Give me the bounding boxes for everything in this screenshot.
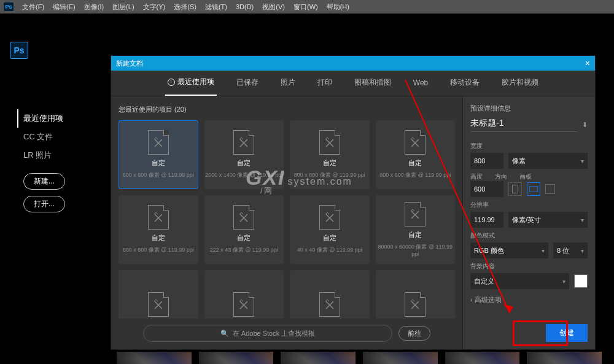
menu-3d[interactable]: 3D(D) bbox=[232, 2, 257, 12]
preset-item[interactable]: 自定80000 x 60000 像素 @ 119.99 ppi bbox=[376, 195, 456, 264]
save-preset-icon[interactable]: ⬇ bbox=[582, 121, 588, 129]
tab-art[interactable]: 图稿和插图 bbox=[352, 71, 394, 95]
menu-layer[interactable]: 图层(L) bbox=[109, 1, 138, 13]
left-recent[interactable]: 最近使用项 bbox=[17, 109, 97, 128]
artboard-label: 画板 bbox=[519, 172, 532, 181]
bg-color-swatch[interactable] bbox=[574, 274, 588, 288]
orient-landscape-button[interactable] bbox=[527, 182, 540, 196]
preset-item[interactable]: 自定800 x 600 像素 @ 119.99 ppi bbox=[376, 120, 456, 189]
tab-mobile[interactable]: 移动设备 bbox=[448, 71, 482, 95]
recent-thumbnails bbox=[117, 352, 602, 364]
dialog-titlebar[interactable]: 新建文档 × bbox=[111, 56, 595, 71]
color-mode-select[interactable]: RGB 颜色▾ bbox=[470, 242, 548, 258]
preset-dimensions: 40 x 40 像素 @ 119.99 ppi bbox=[297, 246, 362, 254]
preset-name: 自定 bbox=[152, 158, 165, 168]
tab-web[interactable]: Web bbox=[411, 72, 430, 95]
preset-item[interactable] bbox=[376, 270, 456, 319]
tab-recent[interactable]: 最近使用项 bbox=[165, 71, 217, 96]
orient-portrait-button[interactable] bbox=[508, 182, 522, 196]
document-icon bbox=[148, 205, 169, 230]
svg-rect-1 bbox=[529, 186, 538, 192]
new-button[interactable]: 新建... bbox=[23, 173, 65, 190]
chevron-down-icon: ▾ bbox=[581, 217, 584, 223]
menu-edit[interactable]: 编辑(E) bbox=[49, 1, 79, 13]
preset-item[interactable]: 自定2000 x 1400 像素 @ 119.99 ppi bbox=[204, 120, 284, 189]
preset-name: 自定 bbox=[323, 233, 336, 242]
preset-dimensions: 800 x 600 像素 @ 119.99 ppi bbox=[294, 171, 365, 179]
document-icon bbox=[233, 130, 254, 155]
preset-item[interactable] bbox=[290, 270, 370, 319]
go-button[interactable]: 前往 bbox=[398, 326, 430, 341]
menu-file[interactable]: 文件(F) bbox=[18, 1, 48, 13]
document-icon bbox=[148, 292, 169, 317]
preset-details: 预设详细信息 未标题-1 ⬇ 宽度 像素▾ 高度 方向 画板 bbox=[462, 96, 595, 349]
preset-item[interactable]: 自定222 x 43 像素 @ 119.99 ppi bbox=[204, 195, 284, 264]
close-icon[interactable]: × bbox=[585, 58, 590, 68]
left-cc-files[interactable]: CC 文件 bbox=[17, 128, 97, 146]
doc-name-input[interactable]: 未标题-1 bbox=[470, 118, 577, 132]
preset-item[interactable] bbox=[204, 270, 284, 319]
document-icon bbox=[233, 292, 254, 317]
new-document-dialog: 新建文档 × 最近使用项 已保存 照片 打印 图稿和插图 Web 移动设备 胶片… bbox=[111, 55, 596, 350]
search-icon: 🔍 bbox=[220, 330, 229, 338]
menu-view[interactable]: 视图(V) bbox=[258, 1, 289, 13]
preset-name: 自定 bbox=[237, 233, 251, 242]
document-icon bbox=[319, 205, 340, 230]
tab-saved[interactable]: 已保存 bbox=[234, 71, 261, 95]
height-input[interactable] bbox=[470, 181, 503, 197]
ps-badge-icon: Ps bbox=[4, 2, 14, 11]
width-unit-select[interactable]: 像素▾ bbox=[508, 153, 588, 169]
recent-items-label: 您最近使用的项目 (20) bbox=[119, 101, 455, 120]
bit-depth-select[interactable]: 8 位▾ bbox=[553, 242, 588, 258]
chevron-down-icon: ▾ bbox=[581, 158, 584, 165]
tab-film[interactable]: 胶片和视频 bbox=[499, 71, 541, 95]
preset-name: 自定 bbox=[323, 158, 336, 168]
preset-item[interactable]: 自定40 x 40 像素 @ 119.99 ppi bbox=[290, 195, 370, 264]
preset-dimensions: 2000 x 1400 像素 @ 119.99 ppi bbox=[205, 171, 282, 179]
chevron-down-icon: ▾ bbox=[542, 247, 545, 254]
document-icon bbox=[233, 205, 254, 230]
menu-type[interactable]: 文字(Y) bbox=[139, 1, 169, 13]
preset-item[interactable]: 自定800 x 600 像素 @ 119.99 ppi bbox=[290, 120, 370, 189]
preset-dimensions: 800 x 600 像素 @ 119.99 ppi bbox=[123, 246, 194, 254]
chevron-down-icon: ▾ bbox=[581, 247, 584, 254]
document-icon bbox=[319, 292, 340, 317]
preset-name: 自定 bbox=[152, 233, 165, 242]
tab-photo[interactable]: 照片 bbox=[278, 71, 298, 95]
artboard-checkbox[interactable] bbox=[545, 184, 555, 194]
clock-icon bbox=[168, 79, 175, 86]
res-unit-select[interactable]: 像素/英寸▾ bbox=[508, 212, 588, 228]
menubar: Ps 文件(F) 编辑(E) 图像(I) 图层(L) 文字(Y) 选择(S) 滤… bbox=[0, 0, 614, 14]
home-left-panel: 最近使用项 CC 文件 LR 照片 新建... 打开... bbox=[17, 109, 97, 212]
open-button[interactable]: 打开... bbox=[23, 196, 65, 212]
height-label: 高度 bbox=[470, 172, 483, 181]
menu-image[interactable]: 图像(I) bbox=[80, 1, 107, 13]
bg-select[interactable]: 自定义▾ bbox=[470, 273, 569, 289]
preset-name: 自定 bbox=[408, 230, 422, 239]
bg-label: 背景内容 bbox=[470, 262, 588, 271]
menu-help[interactable]: 帮助(H) bbox=[323, 1, 353, 13]
ps-logo-icon: Ps bbox=[10, 42, 28, 59]
document-icon bbox=[405, 202, 426, 227]
advanced-options[interactable]: › 高级选项 bbox=[470, 295, 588, 304]
preset-name: 自定 bbox=[408, 158, 422, 168]
tab-print[interactable]: 打印 bbox=[315, 71, 335, 95]
stock-search-placeholder: 在 Adobe Stock 上查找模板 bbox=[233, 329, 316, 338]
menu-window[interactable]: 窗口(W) bbox=[290, 1, 322, 13]
preset-dimensions: 800 x 600 像素 @ 119.99 ppi bbox=[379, 171, 451, 179]
left-lr-photos[interactable]: LR 照片 bbox=[17, 146, 97, 165]
res-input[interactable] bbox=[470, 212, 503, 228]
preset-item[interactable]: 自定800 x 600 像素 @ 119.99 ppi bbox=[119, 195, 198, 264]
create-button[interactable]: 创建 bbox=[546, 324, 588, 342]
detail-header: 预设详细信息 bbox=[470, 104, 588, 113]
preset-item[interactable] bbox=[119, 270, 198, 319]
orient-label: 方向 bbox=[495, 172, 507, 181]
preset-area: 您最近使用的项目 (20) 自定800 x 600 像素 @ 119.99 pp… bbox=[111, 96, 462, 349]
menu-select[interactable]: 选择(S) bbox=[170, 1, 200, 13]
menu-filter[interactable]: 滤镜(T) bbox=[201, 1, 231, 13]
stock-search[interactable]: 🔍 在 Adobe Stock 上查找模板 bbox=[143, 325, 392, 342]
preset-dimensions: 80000 x 60000 像素 @ 119.99 ppi bbox=[376, 243, 455, 257]
width-input[interactable] bbox=[470, 153, 503, 169]
preset-item[interactable]: 自定800 x 600 像素 @ 119.99 ppi bbox=[119, 120, 198, 189]
color-label: 颜色模式 bbox=[470, 231, 588, 240]
